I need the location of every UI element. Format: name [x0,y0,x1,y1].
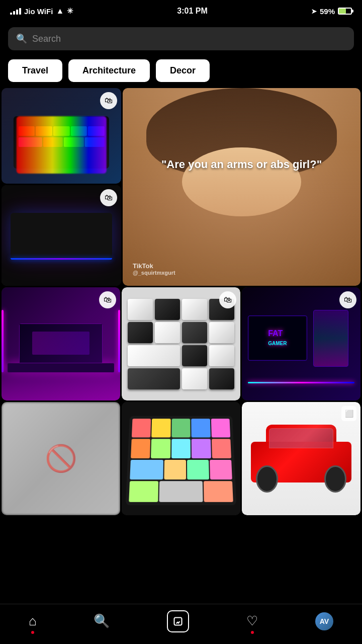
pin-red-car[interactable]: ⬜ [242,402,360,515]
heart-icon: ♡ [246,613,258,629]
home-active-dot [31,631,34,634]
svg-rect-0 [174,617,182,625]
pin-tiktok-container: "Are you an arms or abs girl?" TikTok @_… [123,88,360,286]
pin-gaming-setup[interactable]: FATGAMER 🛍 [242,287,360,400]
battery-indicator [338,8,352,15]
nav-home[interactable]: ⌂ [29,613,37,629]
battery-label: 59% [320,7,335,16]
shop-button-2[interactable]: 🛍 [100,189,117,206]
pin-keyboard-rgb[interactable]: 🛍 [2,88,121,184]
nav-notifications[interactable]: ♡ [246,613,258,629]
activity-icon: ✳ [67,7,73,16]
bottom-nav: ⌂ 🔍 ♡ AV [0,604,362,644]
pin-keycaps-bw[interactable]: 🛍 [122,287,240,400]
nav-profile[interactable]: AV [315,612,333,630]
tiktok-handle: @_squirtmxgurt [133,270,175,276]
no-view-icon: 🚫 [45,443,77,474]
search-placeholder: Search [32,34,61,44]
category-architecture[interactable]: Architecture [68,59,150,82]
status-left: Jio WiFi ▲ ✳ [10,7,73,16]
category-decor[interactable]: Decor [156,59,210,82]
nav-create[interactable] [167,610,189,632]
status-right: ➤ 59% [311,7,352,16]
notifications-dot [251,631,254,634]
categories-row: Travel Architecture Decor [0,55,362,88]
shop-button-4[interactable]: 🛍 [219,291,236,308]
wifi-icon: ▲ [56,7,64,16]
shop-button-3[interactable]: 🛍 [99,291,116,308]
shop-button-1[interactable]: 🛍 [100,92,117,109]
no-view-overlay: 🚫 [2,402,120,515]
pin-keyboard-dark[interactable]: 🛍 [2,185,121,286]
carrier-label: Jio WiFi [24,7,53,16]
category-travel[interactable]: Travel [8,59,62,82]
pin-tiktok[interactable]: "Are you an arms or abs girl?" TikTok @_… [123,88,360,286]
location-icon: ➤ [311,8,317,15]
middle-row: 🛍 [0,286,362,400]
content-area: 🛍 🛍 [0,88,362,558]
pin-desk-purple[interactable]: 🛍 [2,287,120,400]
bottom-row: 🚫 [0,400,362,515]
nav-search[interactable]: 🔍 [94,613,110,629]
shop-button-5[interactable]: 🛍 [339,291,356,308]
create-icon [167,610,189,632]
tiktok-logo: TikTok @_squirtmxgurt [133,262,175,276]
pin-blurred[interactable]: 🚫 [2,402,120,515]
profile-avatar: AV [315,612,333,630]
save-button-car[interactable]: ⬜ [341,406,356,421]
home-icon: ⌂ [29,613,37,629]
status-bar: Jio WiFi ▲ ✳ 3:01 PM ➤ 59% [0,0,362,22]
search-bar-wrap: 🔍 Search [0,22,362,55]
signal-icon [10,8,21,15]
pin-colorful-keyboard[interactable] [122,402,240,515]
search-icon: 🔍 [16,33,27,44]
search-nav-icon: 🔍 [94,613,110,629]
left-column: 🛍 🛍 [2,88,121,286]
search-bar[interactable]: 🔍 Search [8,27,354,50]
time-label: 3:01 PM [177,7,207,16]
tiktok-quote-text: "Are you an arms or abs girl?" [146,157,336,172]
